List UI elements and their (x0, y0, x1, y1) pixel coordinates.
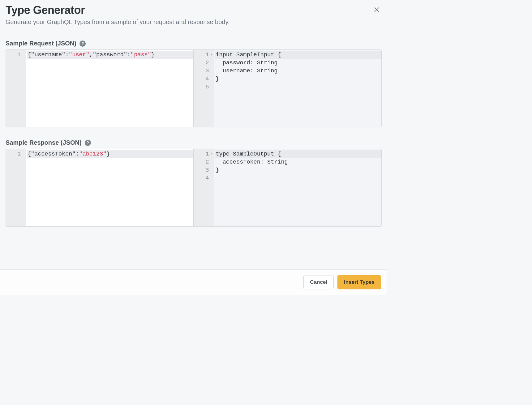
response-graphql-output[interactable]: 1▾234 type SampleOutput { accessToken: S… (193, 149, 382, 226)
editor-code[interactable]: type SampleOutput { accessToken: String} (214, 149, 382, 226)
editor-code[interactable]: {"accessToken":"abc123"} (26, 149, 193, 226)
fold-marker-icon[interactable]: ▾ (211, 51, 212, 59)
request-graphql-output[interactable]: 1▾2345 input SampleInput { password: Str… (193, 50, 382, 127)
response-json-editor[interactable]: 1 {"accessToken":"abc123"} (6, 149, 193, 226)
request-json-editor[interactable]: 1 {"username":"user","password":"pass"} (6, 50, 193, 127)
close-button[interactable] (373, 6, 380, 13)
dialog-footer: Cancel Insert Types (0, 269, 387, 295)
insert-types-button[interactable]: Insert Types (337, 275, 381, 289)
fold-marker-icon[interactable]: ▾ (211, 150, 212, 158)
editor-gutter: 1 (6, 149, 26, 226)
editor-code[interactable]: {"username":"user","password":"pass"} (26, 50, 193, 127)
cancel-button[interactable]: Cancel (303, 275, 334, 289)
help-icon[interactable]: ? (79, 40, 86, 47)
request-editor-pair: 1 {"username":"user","password":"pass"} … (6, 49, 382, 127)
help-icon[interactable]: ? (85, 140, 91, 146)
close-icon (373, 6, 380, 13)
editor-gutter: 1 (6, 50, 26, 127)
response-section-label: Sample Response (JSON) (6, 139, 82, 146)
editor-gutter: 1▾234 (194, 149, 214, 226)
request-section-label: Sample Request (JSON) (6, 40, 76, 47)
editor-gutter: 1▾2345 (194, 50, 214, 127)
page-subtitle: Generate your GraphQL Types from a sampl… (6, 19, 381, 26)
editor-code[interactable]: input SampleInput { password: String use… (214, 50, 382, 127)
response-editor-pair: 1 {"accessToken":"abc123"} 1▾234 type Sa… (6, 149, 382, 227)
page-title: Type Generator (6, 4, 381, 17)
